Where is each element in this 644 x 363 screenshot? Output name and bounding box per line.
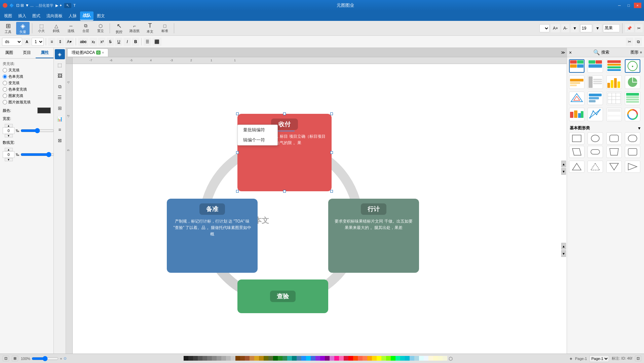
canvas-tab-close[interactable]: × bbox=[102, 51, 104, 55]
template-cell-16[interactable] bbox=[625, 108, 640, 121]
color-swatch-item[interactable] bbox=[391, 356, 395, 361]
tab-properties[interactable]: 属性 bbox=[36, 48, 53, 58]
tab-page[interactable]: 页目 bbox=[18, 48, 36, 58]
color-swatch-item[interactable] bbox=[320, 356, 325, 361]
path-tool[interactable]: ⌐ 路连抚 bbox=[127, 22, 142, 35]
line-height-btn[interactable]: ⇕ bbox=[56, 38, 64, 46]
tab-diagram[interactable]: 属图 bbox=[0, 48, 18, 58]
color-swatch-item[interactable] bbox=[292, 356, 297, 361]
color-swatch-item[interactable] bbox=[193, 356, 198, 361]
menu-graphic[interactable]: 图文 bbox=[94, 12, 108, 20]
color-swatch-item[interactable] bbox=[226, 356, 231, 361]
shape-tri-right[interactable] bbox=[625, 161, 640, 173]
add-page-btn[interactable]: + bbox=[570, 356, 572, 361]
color-swatch-item[interactable] bbox=[410, 356, 414, 361]
color-swatch-item[interactable] bbox=[358, 356, 363, 361]
template-cell-11[interactable] bbox=[606, 92, 622, 105]
fill-none[interactable]: 天充填 bbox=[3, 68, 51, 73]
close-window-btn[interactable]: × bbox=[634, 3, 641, 8]
template-cell-2[interactable] bbox=[588, 59, 603, 73]
context-item-batch[interactable]: 量批辑编符 bbox=[238, 125, 277, 135]
cut-btn[interactable]: ✂ bbox=[626, 38, 633, 46]
strikethrough-btn[interactable]: abc bbox=[78, 38, 88, 46]
pin-btn[interactable]: 📌 bbox=[625, 24, 634, 32]
color-swatch-item[interactable] bbox=[250, 356, 254, 361]
shape-roundrect[interactable] bbox=[606, 132, 622, 144]
font-size-down[interactable]: A- bbox=[561, 24, 569, 32]
right-panel-tab-label[interactable]: 图形 bbox=[631, 50, 639, 55]
vtool-image[interactable]: 🖼 bbox=[55, 71, 65, 81]
color-swatch-item[interactable] bbox=[348, 356, 353, 361]
handle-tm[interactable] bbox=[283, 112, 286, 115]
fill-image-effect[interactable]: 图片效颈充填 bbox=[3, 100, 51, 105]
color-swatch-item[interactable] bbox=[400, 356, 405, 361]
layout-btn[interactable]: ⊡ bbox=[635, 356, 641, 361]
menu-view[interactable]: 视图 bbox=[1, 12, 15, 20]
standard-tool[interactable]: □ 标准 bbox=[158, 22, 172, 35]
template-cell-9[interactable] bbox=[569, 92, 584, 105]
menu-insert[interactable]: 插入 bbox=[15, 12, 29, 20]
strike2-btn[interactable]: S̶ bbox=[107, 38, 114, 46]
connect-tool[interactable]: ↔ 连线 bbox=[64, 22, 78, 35]
color-picker-btn[interactable]: ⬡ bbox=[449, 356, 453, 361]
place-tool[interactable]: ⬡ 置立 bbox=[94, 22, 107, 35]
color-swatch-item[interactable] bbox=[217, 356, 221, 361]
color-swatch-item[interactable] bbox=[339, 356, 344, 361]
color-swatch-item[interactable] bbox=[282, 356, 287, 361]
color-swatch-item[interactable] bbox=[240, 356, 245, 361]
template-cell-3[interactable] bbox=[606, 59, 622, 73]
diagonal-tool[interactable]: △ 斜线 bbox=[49, 22, 63, 35]
align-options-btn[interactable]: A▾ bbox=[65, 38, 74, 46]
menu-flowpanel[interactable]: 流向面板 bbox=[44, 12, 65, 20]
vtool-grid[interactable]: ⊞ bbox=[55, 103, 65, 113]
minimize-btn[interactable]: ─ bbox=[615, 3, 623, 8]
template-cell-14[interactable] bbox=[588, 108, 603, 121]
layer-tool[interactable]: ⧉ 台层 bbox=[79, 22, 92, 35]
handle-br[interactable] bbox=[330, 190, 333, 193]
color-swatch-item[interactable] bbox=[287, 356, 292, 361]
right-panel-expand[interactable]: ≡ bbox=[640, 51, 642, 54]
copy-btn[interactable]: ⧉ bbox=[635, 38, 642, 46]
template-cell-8[interactable] bbox=[625, 75, 640, 89]
underline-btn[interactable]: U bbox=[115, 38, 122, 46]
shape-parallelogram[interactable] bbox=[569, 146, 584, 158]
fill-gradient-solid[interactable]: 色单变充填 bbox=[3, 87, 51, 92]
linewidth-down-btn[interactable]: ▼ bbox=[5, 158, 13, 161]
color-swatch-item[interactable] bbox=[297, 356, 301, 361]
text-btn[interactable]: T bbox=[73, 3, 76, 7]
italic-btn[interactable]: I bbox=[123, 38, 131, 46]
color-swatch-item[interactable] bbox=[301, 356, 306, 361]
font-color-btn[interactable]: A bbox=[23, 38, 31, 46]
menu-battle[interactable]: 战队 bbox=[80, 11, 93, 21]
reset-zoom-btn[interactable]: ⊙ bbox=[64, 356, 67, 361]
vtool-select[interactable]: ◈ bbox=[55, 49, 65, 59]
handle-bl[interactable] bbox=[236, 190, 239, 193]
color-swatch-item[interactable] bbox=[259, 356, 264, 361]
template-cell-15[interactable] bbox=[606, 108, 622, 121]
subscript-btn[interactable]: x₂ bbox=[89, 38, 97, 46]
shapes-section-header[interactable]: 基本图形类 ▼ bbox=[569, 124, 642, 132]
shape-circle[interactable] bbox=[588, 132, 603, 144]
vtool-list[interactable]: ≡ bbox=[55, 125, 65, 135]
para-btn[interactable]: ☰ bbox=[144, 38, 151, 46]
font-family-select[interactable]: ds bbox=[2, 38, 22, 46]
align-left-btn[interactable]: ≡ bbox=[48, 38, 55, 46]
color-swatch-item[interactable] bbox=[254, 356, 259, 361]
select-btn[interactable]: ↖ bbox=[64, 3, 71, 8]
text-tool[interactable]: T 本文 bbox=[143, 22, 157, 35]
scroll-down-btn[interactable]: ▼ bbox=[561, 168, 566, 175]
scroll-down2-btn[interactable]: ▼ bbox=[561, 250, 566, 257]
color-swatch-item[interactable] bbox=[231, 356, 235, 361]
vtool-chart[interactable]: 📊 bbox=[55, 114, 65, 124]
color-swatch-item[interactable] bbox=[419, 356, 424, 361]
vector-tool[interactable]: ◈ 矢量 bbox=[16, 22, 30, 35]
color-swatch-item[interactable] bbox=[268, 356, 273, 361]
fill-gradient[interactable]: 变充填 bbox=[3, 80, 51, 86]
font-size-select[interactable]: 19 bbox=[32, 38, 44, 46]
template-cell-13[interactable] bbox=[569, 108, 584, 121]
color-swatch-item[interactable] bbox=[245, 356, 250, 361]
nav-btn[interactable]: ▶ ✦ bbox=[55, 3, 62, 8]
color-swatch[interactable] bbox=[37, 107, 51, 113]
color-swatch-item[interactable] bbox=[306, 356, 311, 361]
font-align-select[interactable]: ≡ bbox=[539, 24, 550, 32]
